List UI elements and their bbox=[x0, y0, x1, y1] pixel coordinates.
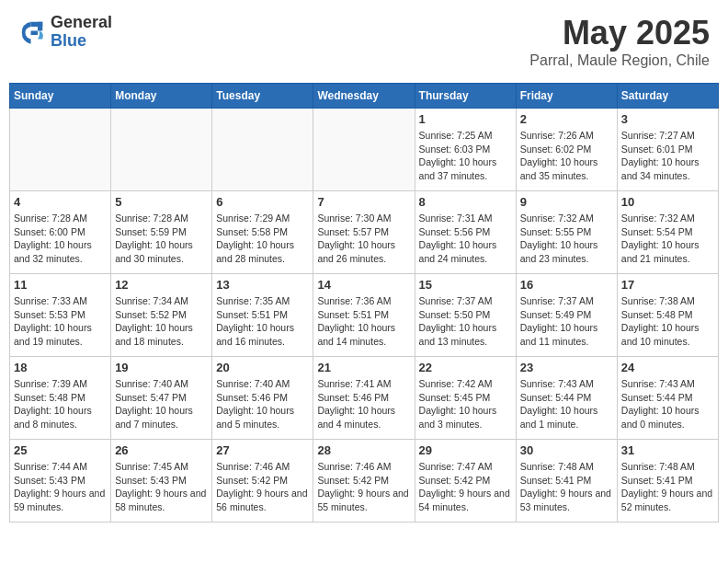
calendar-week-row: 25Sunrise: 7:44 AM Sunset: 5:43 PM Dayli… bbox=[10, 440, 719, 523]
day-info: Sunrise: 7:38 AM Sunset: 5:48 PM Dayligh… bbox=[621, 294, 714, 349]
calendar-cell: 21Sunrise: 7:41 AM Sunset: 5:46 PM Dayli… bbox=[313, 357, 415, 440]
day-number: 12 bbox=[115, 278, 208, 292]
title-block: May 2025 Parral, Maule Region, Chile bbox=[529, 14, 710, 69]
calendar-week-row: 1Sunrise: 7:25 AM Sunset: 6:03 PM Daylig… bbox=[10, 109, 719, 191]
day-number: 31 bbox=[621, 443, 714, 457]
calendar-cell bbox=[212, 109, 313, 191]
day-info: Sunrise: 7:35 AM Sunset: 5:51 PM Dayligh… bbox=[216, 294, 309, 349]
calendar-cell: 26Sunrise: 7:45 AM Sunset: 5:43 PM Dayli… bbox=[111, 440, 212, 523]
calendar-cell: 6Sunrise: 7:29 AM Sunset: 5:58 PM Daylig… bbox=[212, 191, 313, 274]
day-number: 27 bbox=[216, 443, 309, 457]
day-number: 14 bbox=[317, 278, 410, 292]
calendar-cell: 19Sunrise: 7:40 AM Sunset: 5:47 PM Dayli… bbox=[111, 357, 212, 440]
weekday-header-sunday: Sunday bbox=[10, 84, 111, 109]
calendar-cell: 5Sunrise: 7:28 AM Sunset: 5:59 PM Daylig… bbox=[111, 191, 212, 274]
day-number: 25 bbox=[14, 443, 107, 457]
day-number: 20 bbox=[216, 361, 309, 374]
calendar-cell: 31Sunrise: 7:48 AM Sunset: 5:41 PM Dayli… bbox=[617, 440, 718, 523]
day-number: 10 bbox=[621, 195, 714, 209]
calendar-cell: 22Sunrise: 7:42 AM Sunset: 5:45 PM Dayli… bbox=[415, 357, 516, 440]
day-number: 13 bbox=[216, 278, 309, 292]
calendar-cell: 23Sunrise: 7:43 AM Sunset: 5:44 PM Dayli… bbox=[516, 357, 617, 440]
day-info: Sunrise: 7:48 AM Sunset: 5:41 PM Dayligh… bbox=[520, 460, 613, 514]
calendar-cell: 17Sunrise: 7:38 AM Sunset: 5:48 PM Dayli… bbox=[617, 274, 718, 357]
day-number: 2 bbox=[520, 112, 613, 126]
calendar-cell: 10Sunrise: 7:32 AM Sunset: 5:54 PM Dayli… bbox=[617, 191, 718, 274]
day-info: Sunrise: 7:30 AM Sunset: 5:57 PM Dayligh… bbox=[317, 212, 410, 266]
logo-text: General Blue bbox=[51, 14, 112, 51]
calendar-cell bbox=[111, 109, 212, 191]
weekday-header-wednesday: Wednesday bbox=[313, 84, 415, 109]
calendar-cell: 16Sunrise: 7:37 AM Sunset: 5:49 PM Dayli… bbox=[516, 274, 617, 357]
calendar-cell: 9Sunrise: 7:32 AM Sunset: 5:55 PM Daylig… bbox=[516, 191, 617, 274]
day-info: Sunrise: 7:31 AM Sunset: 5:56 PM Dayligh… bbox=[419, 212, 512, 266]
day-info: Sunrise: 7:40 AM Sunset: 5:46 PM Dayligh… bbox=[216, 377, 309, 431]
day-number: 24 bbox=[621, 361, 714, 374]
day-number: 23 bbox=[520, 361, 613, 374]
day-info: Sunrise: 7:43 AM Sunset: 5:44 PM Dayligh… bbox=[621, 377, 714, 431]
calendar-cell: 30Sunrise: 7:48 AM Sunset: 5:41 PM Dayli… bbox=[516, 440, 617, 523]
day-info: Sunrise: 7:47 AM Sunset: 5:42 PM Dayligh… bbox=[419, 460, 512, 514]
calendar-cell: 2Sunrise: 7:26 AM Sunset: 6:02 PM Daylig… bbox=[516, 109, 617, 191]
day-number: 22 bbox=[419, 361, 512, 374]
location-title: Parral, Maule Region, Chile bbox=[529, 52, 710, 69]
logo: General Blue bbox=[18, 14, 112, 51]
day-number: 11 bbox=[14, 278, 107, 292]
day-info: Sunrise: 7:29 AM Sunset: 5:58 PM Dayligh… bbox=[216, 212, 309, 266]
day-info: Sunrise: 7:42 AM Sunset: 5:45 PM Dayligh… bbox=[419, 377, 512, 431]
month-title: May 2025 bbox=[529, 14, 710, 52]
day-number: 8 bbox=[419, 195, 512, 209]
day-number: 4 bbox=[14, 195, 107, 209]
day-number: 28 bbox=[317, 443, 410, 457]
page-header: General Blue May 2025 Parral, Maule Regi… bbox=[9, 9, 719, 74]
calendar-cell: 15Sunrise: 7:37 AM Sunset: 5:50 PM Dayli… bbox=[415, 274, 516, 357]
calendar-cell: 18Sunrise: 7:39 AM Sunset: 5:48 PM Dayli… bbox=[10, 357, 111, 440]
day-info: Sunrise: 7:44 AM Sunset: 5:43 PM Dayligh… bbox=[14, 460, 107, 514]
day-number: 30 bbox=[520, 443, 613, 457]
calendar-cell: 24Sunrise: 7:43 AM Sunset: 5:44 PM Dayli… bbox=[617, 357, 718, 440]
calendar-cell: 11Sunrise: 7:33 AM Sunset: 5:53 PM Dayli… bbox=[10, 274, 111, 357]
day-number: 1 bbox=[419, 112, 512, 126]
calendar-week-row: 11Sunrise: 7:33 AM Sunset: 5:53 PM Dayli… bbox=[10, 274, 719, 357]
day-number: 17 bbox=[621, 278, 714, 292]
calendar-cell: 27Sunrise: 7:46 AM Sunset: 5:42 PM Dayli… bbox=[212, 440, 313, 523]
day-number: 6 bbox=[216, 195, 309, 209]
day-info: Sunrise: 7:28 AM Sunset: 5:59 PM Dayligh… bbox=[115, 212, 208, 266]
logo-icon bbox=[18, 18, 46, 46]
day-info: Sunrise: 7:34 AM Sunset: 5:52 PM Dayligh… bbox=[115, 294, 208, 349]
day-info: Sunrise: 7:33 AM Sunset: 5:53 PM Dayligh… bbox=[14, 294, 107, 349]
day-info: Sunrise: 7:27 AM Sunset: 6:01 PM Dayligh… bbox=[621, 129, 714, 183]
day-number: 16 bbox=[520, 278, 613, 292]
day-number: 21 bbox=[317, 361, 410, 374]
day-number: 29 bbox=[419, 443, 512, 457]
weekday-header-friday: Friday bbox=[516, 84, 617, 109]
day-number: 9 bbox=[520, 195, 613, 209]
day-info: Sunrise: 7:40 AM Sunset: 5:47 PM Dayligh… bbox=[115, 377, 208, 431]
weekday-header-row: SundayMondayTuesdayWednesdayThursdayFrid… bbox=[10, 84, 719, 109]
day-info: Sunrise: 7:32 AM Sunset: 5:54 PM Dayligh… bbox=[621, 212, 714, 266]
calendar-cell: 1Sunrise: 7:25 AM Sunset: 6:03 PM Daylig… bbox=[415, 109, 516, 191]
weekday-header-tuesday: Tuesday bbox=[212, 84, 313, 109]
calendar-cell: 25Sunrise: 7:44 AM Sunset: 5:43 PM Dayli… bbox=[10, 440, 111, 523]
logo-blue-label: Blue bbox=[51, 32, 112, 51]
calendar-cell: 28Sunrise: 7:46 AM Sunset: 5:42 PM Dayli… bbox=[313, 440, 415, 523]
day-info: Sunrise: 7:48 AM Sunset: 5:41 PM Dayligh… bbox=[621, 460, 714, 514]
day-number: 19 bbox=[115, 361, 208, 374]
day-number: 7 bbox=[317, 195, 410, 209]
weekday-header-saturday: Saturday bbox=[617, 84, 718, 109]
weekday-header-monday: Monday bbox=[111, 84, 212, 109]
calendar-cell: 7Sunrise: 7:30 AM Sunset: 5:57 PM Daylig… bbox=[313, 191, 415, 274]
day-info: Sunrise: 7:26 AM Sunset: 6:02 PM Dayligh… bbox=[520, 129, 613, 183]
calendar-week-row: 4Sunrise: 7:28 AM Sunset: 6:00 PM Daylig… bbox=[10, 191, 719, 274]
day-info: Sunrise: 7:28 AM Sunset: 6:00 PM Dayligh… bbox=[14, 212, 107, 266]
day-number: 18 bbox=[14, 361, 107, 374]
calendar-cell: 3Sunrise: 7:27 AM Sunset: 6:01 PM Daylig… bbox=[617, 109, 718, 191]
day-number: 26 bbox=[115, 443, 208, 457]
calendar-cell: 8Sunrise: 7:31 AM Sunset: 5:56 PM Daylig… bbox=[415, 191, 516, 274]
calendar-header: SundayMondayTuesdayWednesdayThursdayFrid… bbox=[10, 84, 719, 109]
day-info: Sunrise: 7:45 AM Sunset: 5:43 PM Dayligh… bbox=[115, 460, 208, 514]
day-info: Sunrise: 7:32 AM Sunset: 5:55 PM Dayligh… bbox=[520, 212, 613, 266]
day-info: Sunrise: 7:43 AM Sunset: 5:44 PM Dayligh… bbox=[520, 377, 613, 431]
day-number: 5 bbox=[115, 195, 208, 209]
day-info: Sunrise: 7:46 AM Sunset: 5:42 PM Dayligh… bbox=[317, 460, 410, 514]
